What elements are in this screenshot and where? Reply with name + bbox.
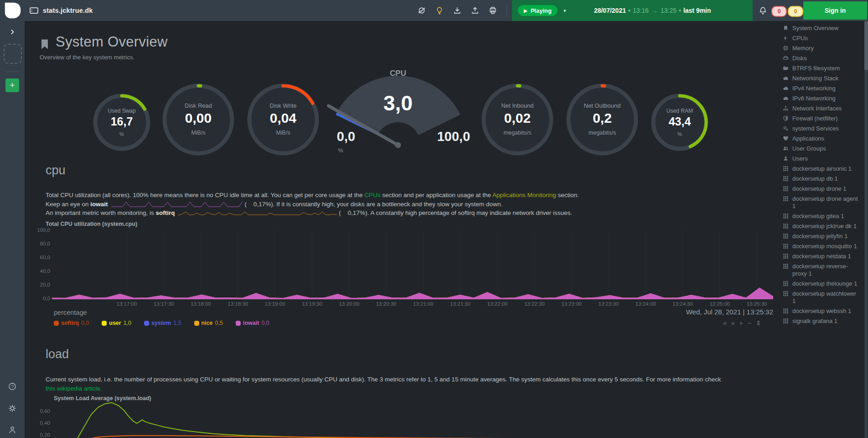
y-tick-label: 0,60 (32, 408, 50, 414)
legend-value: 0,0 (81, 320, 89, 326)
sidebar-item-label: dockersetup thelounge 1 (792, 280, 857, 287)
sidebar-item-firewall-netfilter[interactable]: Firewall (netfilter) (783, 115, 861, 122)
netdata-logo-icon[interactable] (4, 1, 22, 20)
users-icon (783, 146, 789, 151)
zoom-out-button[interactable]: − (748, 319, 751, 327)
sidebar-item-dockersetup-jellyfin-1[interactable]: dockersetup jellyfin 1 (783, 233, 861, 240)
page-scrollbar-thumb[interactable] (864, 21, 868, 70)
sidebar-item-applications[interactable]: Applications (783, 135, 861, 142)
used-ram-gauge[interactable]: Used RAM43,4% (651, 93, 709, 151)
cpu-chart-title: Total CPU utilization (system.cpu) (46, 221, 137, 227)
export-icon[interactable] (471, 6, 479, 15)
gauge-label: Net Inbound (481, 102, 554, 109)
sidebar-item-systemd-services[interactable]: systemd Services (783, 125, 861, 132)
update-check-icon[interactable] (418, 6, 426, 15)
sidebar-item-dockersetup-netdata-1[interactable]: dockersetup netdata 1 (783, 253, 861, 260)
gauge-label: Disk Write (247, 102, 320, 109)
sidebar-item-btrfs-filesystem[interactable]: BTRFS filesystem (783, 65, 861, 72)
y-tick-label: 80,0 (32, 241, 50, 246)
sign-in-button[interactable]: Sign in (803, 1, 867, 20)
cloud-icon (783, 85, 789, 91)
help-icon[interactable] (8, 382, 16, 391)
warning-alarms-badge[interactable]: 0 (788, 6, 803, 17)
add-node-button[interactable]: + (5, 78, 19, 92)
zoom-in-button[interactable]: + (739, 319, 743, 327)
sidebar-item-memory[interactable]: Memory (783, 45, 861, 52)
legend-name: iowait (243, 320, 259, 326)
legend-item-system[interactable]: system1,5 (144, 320, 181, 326)
applications-monitoring-link[interactable]: Applications Monitoring (492, 192, 556, 198)
print-icon[interactable] (489, 6, 497, 15)
legend-item-nice[interactable]: nice0,5 (194, 320, 223, 326)
disk-read-gauge[interactable]: Disk Read0,00MiB/s (162, 83, 235, 156)
sidebar-item-dockersetup-watchtower-1[interactable]: dockersetup watchtower 1 (783, 290, 861, 305)
sidebar-item-system-overview[interactable]: System Overview (783, 25, 861, 32)
playing-button[interactable]: ▶ Playing (518, 5, 558, 16)
x-tick-label: 13:19:30 (298, 301, 327, 307)
topbar-divider (506, 4, 507, 17)
sidebar-item-label: System Overview (792, 25, 838, 32)
time-range[interactable]: 28/07/2021•13:16→13:25•last 9min (566, 7, 753, 14)
used-swap-gauge[interactable]: Used Swap16,7% (93, 93, 151, 151)
cpu-chart-legend: softirq0,0user1,0system1,5nice0,5iowait0… (54, 320, 269, 326)
sidebar-item-user-groups[interactable]: User Groups (783, 145, 861, 152)
sidebar-item-label: systemd Services (792, 125, 839, 132)
sidebar-item-dockersetup-airsonic-1[interactable]: dockersetup airsonic 1 (783, 165, 861, 172)
sidebar-item-ipv6-networking[interactable]: IPv6 Networking (783, 95, 861, 102)
net-outbound-gauge[interactable]: Net Outbound0,2megabits/s (566, 83, 639, 156)
x-tick-label: 13:18:30 (223, 301, 253, 307)
sidebar-item-signalk-grafana-1[interactable]: signalk grafana 1 (783, 318, 861, 325)
sidebar-item-disks[interactable]: Disks (783, 55, 861, 62)
expand-rail-chevron-icon[interactable] (9, 29, 16, 35)
disk-write-gauge[interactable]: Disk Write0,04MiB/s (247, 83, 320, 156)
sidebar-item-dockersetup-thelounge-1[interactable]: dockersetup thelounge 1 (783, 280, 861, 287)
playing-label: Playing (531, 7, 552, 14)
net-inbound-gauge[interactable]: Net Inbound0,02megabits/s (481, 83, 554, 156)
sidebar-item-dockersetup-gitea-1[interactable]: dockersetup gitea 1 (783, 213, 861, 220)
sidebar-item-dockersetup-db-1[interactable]: dockersetup db 1 (783, 175, 861, 182)
alarms-bell-icon[interactable] (759, 6, 767, 15)
hostname-group[interactable]: stats.jcktrue.dk (29, 0, 93, 21)
sidebar-item-dockersetup-drone-agent-1[interactable]: dockersetup drone agent 1 (783, 195, 861, 210)
legend-value: 1,0 (124, 320, 131, 326)
wikipedia-link[interactable]: this wikipedia article. (46, 385, 102, 392)
sidebar-item-dockersetup-webssh-1[interactable]: dockersetup webssh 1 (783, 308, 861, 315)
sidebar-item-label: Networking Stack (792, 75, 838, 82)
time-from: 13:16 (633, 7, 649, 14)
cpu-desc-text: section and per application usage at the (381, 192, 492, 198)
x-tick-label: 13:22:30 (520, 301, 549, 307)
pan-right-button[interactable]: » (731, 319, 735, 327)
user-profile-icon[interactable] (8, 426, 16, 434)
cpu-chart-plot[interactable] (52, 229, 773, 299)
grid-icon (783, 196, 789, 202)
sidebar-item-cpus[interactable]: CPUs (783, 35, 861, 42)
sidebar-item-dockersetup-jcktrue-dk-1[interactable]: dockersetup jcktrue dk 1 (783, 223, 861, 230)
sidebar-item-users[interactable]: Users (783, 155, 861, 162)
pan-left-button[interactable]: « (723, 319, 727, 327)
load-chart-plot[interactable] (52, 399, 773, 438)
x-tick-label: 13:22:00 (483, 301, 512, 307)
time-to: 13:25 (661, 7, 677, 14)
news-bulb-icon[interactable] (435, 6, 444, 15)
critical-alarms-badge[interactable]: 0 (771, 6, 787, 17)
sidebar-item-dockersetup-mosquitto-1[interactable]: dockersetup mosquitto 1 (783, 243, 861, 250)
cpus-link[interactable]: CPUs (364, 192, 380, 198)
range-label: last 9min (683, 7, 711, 14)
legend-item-iowait[interactable]: iowait0,0 (236, 320, 269, 326)
cpu-section-heading: cpu (46, 163, 66, 177)
cpu-gauge[interactable]: CPU 3,0 0,0 100,0 % (325, 67, 475, 169)
legend-item-softirq[interactable]: softirq0,0 (54, 320, 89, 326)
gauge-unit: MiB/s (162, 130, 235, 136)
sidebar-item-dockersetup-drone-1[interactable]: dockersetup drone 1 (783, 185, 861, 193)
sidebar-item-networking-stack[interactable]: Networking Stack (783, 75, 861, 82)
sidebar-item-dockersetup-reverse-proxy-1[interactable]: dockersetup reverse-proxy 1 (783, 263, 861, 277)
settings-gear-icon[interactable] (8, 404, 16, 412)
page-scrollbar-track[interactable] (864, 21, 868, 438)
sidebar-item-ipv4-networking[interactable]: IPv4 Networking (783, 85, 861, 92)
chip-icon (783, 45, 789, 51)
legend-item-user[interactable]: user1,0 (102, 320, 131, 326)
resize-button[interactable]: ⇕ (756, 319, 761, 327)
import-icon[interactable] (453, 6, 461, 15)
sidebar-item-network-interfaces[interactable]: Network Interfaces (783, 105, 861, 112)
sidebar-item-label: Memory (792, 45, 814, 52)
